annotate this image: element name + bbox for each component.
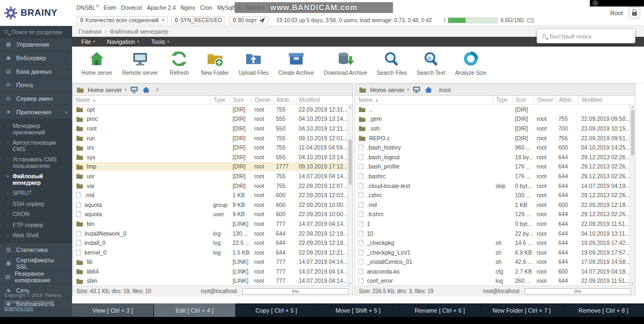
sidebar-item-nameserver[interactable]: ◎Сервер имен xyxy=(0,92,72,106)
fn-view[interactable]: View [ Ctrl + 3 ] xyxy=(72,303,154,317)
help-icon[interactable]: ? xyxy=(593,1,598,6)
column-header-owner[interactable]: Owner xyxy=(252,96,273,104)
quick-search[interactable] xyxy=(537,29,635,43)
file-row[interactable]: proc[DIR]root55504.10.2019 13:14... xyxy=(73,114,347,124)
quick-search-input[interactable] xyxy=(550,33,630,40)
scrollbar[interactable] xyxy=(347,105,352,286)
sidebar-search[interactable] xyxy=(0,26,72,38)
toolbar-search-text[interactable]: aSearch Text xyxy=(412,47,450,76)
sidebar-item-database[interactable]: ▤База данных xyxy=(0,65,72,79)
sidebar-item-ssl-certificates[interactable]: ▣Сертификаты SSL xyxy=(0,257,72,270)
file-row[interactable]: lib[LINK]root77714.07.2019 04:14... xyxy=(73,257,347,267)
home-icon[interactable] xyxy=(142,86,150,93)
fn-rename[interactable]: Rename [ Ctrl + 6 ] xyxy=(399,303,481,317)
service-link-dovecot[interactable]: Dovecot xyxy=(121,4,142,11)
remote-server-icon[interactable] xyxy=(413,86,421,93)
service-link-dnsbl[interactable]: DNSBL xyxy=(76,4,99,11)
toolbar-refresh[interactable]: Refresh xyxy=(163,47,196,76)
menu-navigation[interactable]: Navigation xyxy=(101,37,145,47)
lock-button[interactable] xyxy=(629,7,640,18)
sidebar-item-management[interactable]: ▦Управление xyxy=(0,38,72,51)
file-row[interactable]: opt[DIR]root75522.09.2019 12:31... xyxy=(73,105,347,114)
sidebar-subitem-web-shell[interactable]: Web Shell xyxy=(0,230,72,241)
file-row[interactable]: bin[LINK]root77714.07.2019 04:14... xyxy=(73,219,347,229)
sidebar-item-applications[interactable]: ★Приложения xyxy=(0,106,72,119)
sidebar-subitem-cms-install-user[interactable]: Установить CMS пользователю xyxy=(0,154,72,171)
toolbar-remote-server[interactable]: Remote server xyxy=(117,47,163,76)
file-row[interactable]: .bash_profile176 ...root64429.12.2013 02… xyxy=(355,162,629,172)
file-row[interactable]: usr[DIR]root75514.07.2019 04:14... xyxy=(73,171,347,181)
file-row[interactable]: .cloud-locale-testskip0 byt...root64414.… xyxy=(355,181,629,191)
scroll-down-icon[interactable] xyxy=(630,282,635,285)
sidebar-subitem-app-manager[interactable]: Менеджер приложений xyxy=(0,121,72,138)
file-row[interactable]: aquotauser9 KBroot60022.09.2019 10:00... xyxy=(73,210,347,219)
service-link-apache[interactable]: Apache 2.4 xyxy=(147,4,176,11)
column-header-owner[interactable]: Owner xyxy=(534,96,556,104)
column-header-type[interactable]: Type xyxy=(493,96,512,104)
file-row[interactable]: tmp[DIR]root177709.10.2019 17:12... xyxy=(73,162,347,172)
column-header-name[interactable]: Name xyxy=(73,96,210,104)
sidebar-subitem-file-manager[interactable]: Файловый менеджер xyxy=(0,171,72,188)
sidebar-subitem-cron[interactable]: CRON xyxy=(0,209,72,220)
file-row[interactable]: .ssh[DIR]root70023.09.2019 10:15... xyxy=(355,124,629,133)
column-header-modified[interactable]: Modified xyxy=(296,96,347,104)
scrollbar-thumb[interactable] xyxy=(349,139,352,185)
file-row[interactable]: _checkpkg_LsV1sh6.9 KBroot64419.09.2019 … xyxy=(355,248,629,257)
column-header-name[interactable]: Name xyxy=(355,96,493,104)
fn-new-folder[interactable]: New Folder [ Ctrl + 7 ] xyxy=(481,303,563,317)
sidebar-item-mail[interactable]: ✉Почта xyxy=(0,79,72,92)
server-selector[interactable]: Home server xyxy=(88,87,126,93)
fn-edit[interactable]: Edit [ Ctrl + 4 ] xyxy=(154,303,236,317)
sidebar-search-input[interactable] xyxy=(11,29,68,35)
file-row[interactable]: ..[DIR] xyxy=(355,105,629,114)
toolbar-search-files[interactable]: Search Files xyxy=(372,47,412,76)
file-row[interactable]: sys[DIR]root55504.10.2019 13:14... xyxy=(73,152,347,162)
fn-copy[interactable]: Copy [ Ctrl + 5 ] xyxy=(236,303,318,317)
home-icon[interactable] xyxy=(424,86,433,93)
scroll-down-icon[interactable] xyxy=(347,282,352,285)
file-row[interactable]: .bashrc176 ...root64429.12.2013 02:26... xyxy=(355,171,629,181)
scroll-up-icon[interactable] xyxy=(630,105,635,108)
scrollbar[interactable] xyxy=(629,105,635,286)
sidebar-item-webserver[interactable]: ◉Вебсервер xyxy=(0,51,72,65)
fn-move[interactable]: Move [ Shift + 5 ] xyxy=(318,303,400,317)
file-row[interactable]: .gem[DIR]root75522.09.2019 09:58... xyxy=(355,114,629,124)
file-row[interactable]: aquotagroup9 KBroot60022.09.2019 10:00..… xyxy=(73,200,347,210)
file-row[interactable]: _installCentos_01sh42.6 ...root64417.09.… xyxy=(355,257,629,267)
file-row[interactable]: anaconda-kscfg2.7 KBroot60014.07.2019 04… xyxy=(355,267,629,276)
column-header-attrib[interactable]: Attrib... xyxy=(556,96,578,104)
sidebar-subitem-cms-autoinstaller[interactable]: Автоустановщик CMS xyxy=(0,138,72,154)
service-link-exim[interactable]: Exim xyxy=(104,4,116,11)
column-header-attrib[interactable]: Attrib... xyxy=(273,96,296,104)
file-row[interactable]: REPO.c[DIR]root75522.09.2019 09:51... xyxy=(355,133,629,143)
file-row[interactable]: install_0log22.5 ...root64422.09.2019 12… xyxy=(73,238,347,248)
file-row[interactable]: kernel_0log1.5 KBroot64422.09.2019 12:21… xyxy=(73,248,347,257)
column-header-type[interactable]: Type xyxy=(210,96,230,104)
toolbar-home-server[interactable]: Home server xyxy=(76,47,117,76)
column-header-modified[interactable]: Modified xyxy=(578,96,629,104)
file-row[interactable]: .rnd1 KBroot60022.09.2019 12:03... xyxy=(73,190,347,200)
scroll-up-icon[interactable] xyxy=(347,105,352,108)
sidebar-subitem-ssh-server[interactable]: SSH сервер xyxy=(0,199,72,210)
sidebar-subitem-sprut[interactable]: SPRUT xyxy=(0,188,72,199)
file-row[interactable]: .rnd1 KBroot60022.09.2019 12:18... xyxy=(355,200,629,210)
scrollbar-thumb[interactable] xyxy=(631,110,634,155)
sidebar-item-statistics[interactable]: ▥Статистика xyxy=(0,243,72,257)
service-link-nginx[interactable]: Nginx xyxy=(181,4,195,11)
file-row[interactable]: root[DIR]root55004.10.2019 13:11... xyxy=(73,124,347,133)
service-link-cron[interactable]: Cron xyxy=(200,4,212,11)
file-row[interactable]: srv[DIR]root75511.04.2018 04:59... xyxy=(73,142,347,152)
server-selector[interactable]: Home server xyxy=(370,87,409,93)
column-header-size[interactable]: Size xyxy=(512,96,534,104)
toolbar-upload-files[interactable]: Upload Files xyxy=(234,47,274,76)
breadcrumb-home[interactable]: Главная xyxy=(79,28,101,35)
remote-server-icon[interactable] xyxy=(130,86,138,93)
sidebar-subitem-ftp-server[interactable]: FTP сервер xyxy=(0,220,72,231)
file-row[interactable]: sbin[LINK]root77714.07.2019 04:14... xyxy=(73,276,347,286)
brainycp-link[interactable]: brainycp.com xyxy=(4,306,34,311)
file-row[interactable]: .tcshrc129 ...root64429.12.2013 02:26... xyxy=(355,210,629,219)
file-row[interactable]: conf_errorlog260 ...root64422.09.2019 11… xyxy=(355,276,629,286)
toolbar-create-archive[interactable]: Create Archive xyxy=(274,47,319,76)
file-row[interactable]: .cshrc100 ...root64429.12.2013 02:26... xyxy=(355,190,629,200)
menu-tools[interactable]: Tools xyxy=(145,37,175,47)
